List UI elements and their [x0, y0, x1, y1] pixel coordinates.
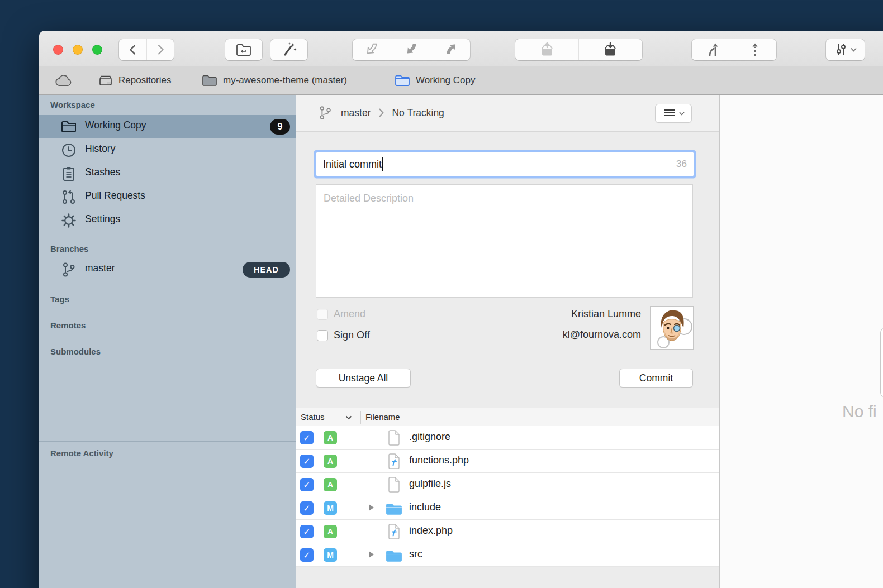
- sidebar-item-settings[interactable]: Settings: [39, 209, 296, 232]
- sidebar-remotes-header[interactable]: Remotes: [50, 321, 86, 330]
- commit-message-value: Initial commit: [323, 159, 382, 170]
- file-row[interactable]: ✓ M include: [296, 496, 719, 520]
- commit-options-menu-button[interactable]: [655, 104, 692, 123]
- stage-checkbox[interactable]: ✓: [300, 455, 314, 468]
- save-stash-icon: [602, 41, 618, 58]
- breadcrumb-services[interactable]: [53, 66, 73, 94]
- diff-view-options-button[interactable]: [880, 328, 883, 398]
- staged-file-list: ✓ A .gitignore ✓ A functions.php: [296, 426, 719, 567]
- stage-checkbox[interactable]: ✓: [300, 548, 314, 562]
- git-branch-icon: [317, 105, 333, 121]
- title-bar: [39, 31, 883, 66]
- app-window: Repositories my-awesome-theme (master) W…: [39, 31, 883, 588]
- save-stash-button[interactable]: [578, 39, 642, 60]
- chevron-right-icon: [378, 108, 384, 117]
- file-icon: [386, 430, 402, 446]
- status-badge-modified: M: [324, 501, 337, 515]
- file-row[interactable]: ✓ M src: [296, 543, 719, 567]
- view-options-button[interactable]: [826, 39, 865, 60]
- quick-actions-button[interactable]: [270, 39, 307, 60]
- push-button[interactable]: [431, 39, 470, 60]
- file-row[interactable]: ✓ A gulpfile.js: [296, 473, 719, 496]
- unstage-all-button[interactable]: Unstage All: [316, 369, 411, 388]
- stage-checkbox[interactable]: ✓: [300, 525, 314, 538]
- text-caret: [382, 157, 383, 171]
- filename-column-header[interactable]: Filename: [365, 412, 400, 422]
- fetch-button[interactable]: [353, 39, 392, 60]
- sidebar: Workspace Working Copy 9 History: [39, 95, 296, 588]
- minimize-window-button[interactable]: [73, 45, 83, 55]
- author-name: Kristian Lumme: [571, 308, 641, 320]
- gear-icon: [60, 212, 77, 229]
- unstage-all-label: Unstage All: [339, 372, 388, 384]
- breadcrumb-repo-label: my-awesome-theme (master): [223, 75, 347, 86]
- sidebar-submodules-header[interactable]: Submodules: [50, 347, 101, 356]
- forward-button[interactable]: [146, 39, 174, 60]
- file-row[interactable]: ✓ A index.php: [296, 520, 719, 543]
- file-row[interactable]: ✓ A .gitignore: [296, 426, 719, 450]
- stashes-clipboard-icon: [60, 165, 77, 182]
- sign-off-label: Sign Off: [334, 329, 370, 341]
- sidebar-item-working-copy[interactable]: Working Copy 9: [39, 115, 296, 138]
- file-row[interactable]: ✓ A functions.php: [296, 450, 719, 473]
- commit-header: master No Tracking: [296, 95, 719, 132]
- avatar-cartoon: [651, 307, 693, 349]
- sidebar-item-label: Pull Requests: [85, 190, 145, 202]
- sidebar-item-label: master: [85, 262, 115, 274]
- zoom-window-button[interactable]: [92, 45, 102, 55]
- hamburger-menu-icon: [663, 108, 676, 119]
- apply-stash-button[interactable]: [515, 39, 578, 60]
- status-badge-added: A: [324, 525, 337, 538]
- sidebar-item-label: Settings: [85, 213, 120, 225]
- no-file-selected-placeholder: No fi: [842, 402, 877, 421]
- chevron-down-icon: [679, 112, 685, 116]
- commit-description-textarea[interactable]: Detailed Description: [316, 184, 693, 298]
- pull-arrow-icon: [404, 42, 420, 58]
- back-button[interactable]: [119, 39, 146, 60]
- amend-label: Amend: [334, 308, 365, 320]
- breadcrumb-repositories[interactable]: Repositories: [98, 66, 172, 94]
- close-window-button[interactable]: [53, 45, 63, 55]
- php-file-icon: [386, 524, 402, 539]
- breadcrumb-working-copy[interactable]: Working Copy: [394, 66, 475, 94]
- sidebar-tags-header[interactable]: Tags: [50, 294, 69, 304]
- history-clock-icon: [60, 142, 77, 159]
- sidebar-item-stashes[interactable]: Stashes: [39, 162, 296, 185]
- status-badge-added: A: [324, 431, 337, 444]
- open-repository-button[interactable]: [225, 39, 262, 60]
- disclosure-triangle-icon[interactable]: [369, 551, 374, 558]
- merge-button[interactable]: [692, 39, 734, 60]
- sort-chevron-icon[interactable]: [345, 415, 352, 420]
- rebase-icon: [747, 41, 763, 58]
- file-name: .gitignore: [409, 431, 450, 443]
- status-column-header[interactable]: Status: [301, 412, 325, 422]
- stage-checkbox[interactable]: ✓: [300, 478, 314, 491]
- breadcrumb-repo[interactable]: my-awesome-theme (master): [201, 66, 347, 94]
- disclosure-triangle-icon[interactable]: [369, 504, 374, 511]
- rebase-button[interactable]: [734, 39, 776, 60]
- file-name: gulpfile.js: [409, 478, 451, 490]
- sidebar-branches-header[interactable]: Branches: [50, 244, 88, 254]
- sidebar-workspace-header: Workspace: [50, 100, 95, 109]
- sidebar-item-history[interactable]: History: [39, 138, 296, 162]
- pull-button[interactable]: [392, 39, 431, 60]
- folder-blue-icon: [386, 501, 402, 517]
- tracking-status-label: No Tracking: [392, 107, 444, 119]
- amend-checkbox[interactable]: [317, 309, 328, 320]
- sidebar-item-master-branch[interactable]: master HEAD: [39, 258, 296, 281]
- sidebar-item-pull-requests[interactable]: Pull Requests: [39, 185, 296, 209]
- folder-blue-icon: [386, 548, 402, 564]
- drive-icon: [98, 73, 113, 88]
- file-name: functions.php: [409, 455, 469, 466]
- description-placeholder: Detailed Description: [324, 193, 414, 204]
- merge-icon: [705, 41, 721, 58]
- author-avatar[interactable]: [650, 306, 694, 350]
- stage-checkbox[interactable]: ✓: [300, 431, 314, 444]
- commit-button[interactable]: Commit: [619, 369, 693, 388]
- stage-checkbox[interactable]: ✓: [300, 501, 314, 515]
- status-badge-modified: M: [324, 548, 337, 562]
- sign-off-checkbox[interactable]: [317, 330, 328, 341]
- back-icon: [126, 42, 140, 57]
- commit-message-input[interactable]: Initial commit 36: [316, 152, 694, 176]
- breadcrumb: Repositories my-awesome-theme (master) W…: [39, 66, 883, 95]
